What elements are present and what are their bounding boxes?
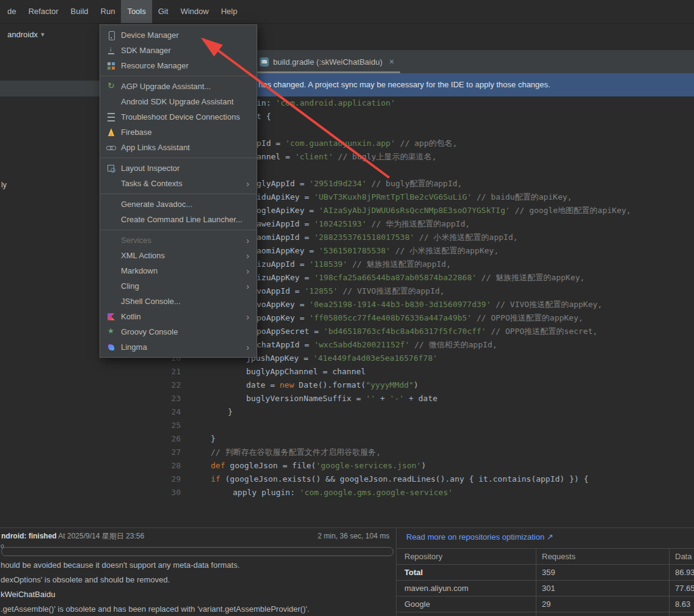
- menu-tools[interactable]: Tools: [121, 0, 152, 23]
- table-cell: [669, 612, 694, 616]
- menu-help[interactable]: Help: [215, 0, 244, 23]
- menu-item-device-manager[interactable]: Device Manager: [100, 27, 257, 43]
- menu-separator: [100, 158, 257, 158]
- blank-icon: [106, 281, 116, 291]
- menu-item-tasks-contexts[interactable]: Tasks & Contexts›: [100, 176, 257, 191]
- code-text: jpushAppKey = '41e449fa4d03e5ea16576f78': [246, 352, 437, 365]
- menu-item-create-command-line-launcher[interactable]: Create Command Line Launcher...: [100, 212, 257, 227]
- menu-refactor[interactable]: Refactor: [22, 0, 64, 23]
- blank-icon: [106, 179, 116, 189]
- menu-item-generate-javadoc[interactable]: Generate Javadoc...: [100, 197, 257, 212]
- line-number: 23: [153, 392, 181, 405]
- menu-item-markdown[interactable]: Markdown›: [100, 263, 257, 278]
- bottom-panel-divider: [0, 527, 694, 528]
- repositories-table: RepositoryRequestsData MBTotal35986.93ma…: [396, 548, 694, 616]
- code-line: 27// 判断存在谷歌服务配置文件才启用谷歌服务,: [0, 446, 694, 459]
- code-text: chatAppId = 'wxc5abd4b20021152f' // 微信相关…: [257, 338, 497, 352]
- menu-item-firebase[interactable]: Firebase: [100, 125, 257, 140]
- menu-item-kotlin[interactable]: Kotlin›: [100, 309, 257, 324]
- menu-item-label: Kotlin: [121, 312, 141, 321]
- code-text: voAppKey = '0ea25198-1914-44b3-b830-3d15…: [257, 298, 602, 311]
- code-line: 26}: [0, 432, 694, 446]
- code-line: 30apply plugin: 'com.google.gms.google-s…: [0, 486, 694, 499]
- menu-item-xml-actions[interactable]: XML Actions›: [100, 248, 257, 263]
- code-text: poAppSecret = 'bd46518763cf4bc8a4b6317f5…: [257, 325, 597, 338]
- menu-git[interactable]: Git: [152, 0, 175, 23]
- code-line: 29if (googleJson.exists() && googleJson.…: [0, 473, 694, 486]
- line-number: 28: [153, 459, 181, 473]
- code-text: if (googleJson.exists() && googleJson.re…: [211, 473, 588, 486]
- menu-item-app-links-assistant[interactable]: App Links Assistant: [100, 140, 257, 155]
- build-status: ndroid: finished At 2025/9/14 星期日 23:56: [1, 531, 144, 542]
- code-text: date = new Date().format("yyyyMMdd"): [246, 379, 418, 392]
- build-output-line[interactable]: .getAssemble()' is obsolete and has been…: [1, 602, 395, 616]
- repositories-optimization-link[interactable]: Read more on repositories optimization ↗: [406, 532, 553, 542]
- banner-text: has changed. A project sync may be neces…: [258, 73, 550, 96]
- menu-item-layout-inspector[interactable]: Layout Inspector: [100, 161, 257, 176]
- code-text: annel = 'client' // bugly上显示的渠道名,: [257, 150, 437, 164]
- menubar: deRefactorBuildRunToolsGitWindowHelp: [0, 0, 694, 24]
- menu-item-cling[interactable]: Cling›: [100, 278, 257, 294]
- submenu-arrow-icon: ›: [246, 251, 249, 261]
- menu-window[interactable]: Window: [174, 0, 214, 23]
- line-number: 27: [153, 446, 181, 459]
- code-text: aweiAppId = '102425193' // 华为推送配置的appId,: [257, 217, 470, 231]
- code-text: izuAppKey = '198cfa25a66544ba87ab05874ba…: [257, 271, 585, 284]
- build-output-line[interactable]: hould be avoided because it doesn't supp…: [1, 558, 395, 573]
- table-header-cell: Requests: [536, 549, 669, 564]
- code-text: aomiAppId = '2882353761518017538' // 小米推…: [257, 231, 518, 244]
- menu-item-label: Create Command Line Launcher...: [121, 215, 243, 224]
- blank-icon: [106, 200, 116, 209]
- menu-item-android-sdk-upgrade-assistant[interactable]: Android SDK Upgrade Assistant: [100, 94, 257, 109]
- tab-build-gradle[interactable]: build.gradle (:skWeiChatBaidu) ×: [254, 50, 400, 73]
- code-line: 25: [0, 419, 694, 432]
- table-cell: 8.63: [669, 596, 694, 612]
- menu-item-label: Cling: [121, 281, 139, 291]
- submenu-arrow-icon: ›: [246, 236, 249, 245]
- code-text: buglyAppChannel = channel: [246, 365, 366, 379]
- table-row: maven.aliyun.com30177.65: [396, 581, 694, 596]
- flame-icon: [106, 128, 116, 137]
- code-text: ogleApiKey = 'AIzaSyAbJjDWUU6sRsQccNMp8E…: [257, 204, 631, 217]
- blank-icon: [106, 236, 116, 245]
- menu-item-label: Resource Manager: [121, 61, 189, 70]
- list-icon: [106, 112, 116, 122]
- menu-run[interactable]: Run: [95, 0, 122, 23]
- code-text: def googleJson = file('google-services.j…: [211, 459, 426, 473]
- close-icon[interactable]: ×: [389, 57, 394, 67]
- code-text: buglyVersionNameSuffix = '' + '-' + date: [246, 392, 437, 405]
- line-number: 21: [153, 365, 181, 379]
- build-output-line[interactable]: dexOptions' is obsolete and should be re…: [1, 573, 395, 587]
- build-progress-bar: [1, 547, 393, 556]
- line-number: 25: [153, 419, 181, 432]
- build-output-line[interactable]: kWeiChatBaidu: [1, 587, 395, 602]
- menu-separator: [100, 194, 257, 194]
- code-text: pId = 'com.guantaoyunxin.app' // app的包名,: [257, 137, 458, 150]
- code-text: in: 'com.android.application': [257, 96, 395, 110]
- menu-item-label: SDK Manager: [121, 46, 171, 55]
- menu-separator: [100, 230, 257, 230]
- code-text: aomiAppKey = '5361501785538' // 小米推送配置的a…: [257, 244, 499, 258]
- table-cell: 29: [536, 596, 669, 612]
- menu-item-label: AGP Upgrade Assistant...: [121, 82, 211, 91]
- menu-item-services: Services›: [100, 233, 257, 248]
- code-text: }: [228, 405, 233, 419]
- menu-item-label: Markdown: [121, 266, 158, 275]
- table-cell: [396, 612, 536, 616]
- menu-item-groovy-console[interactable]: Groovy Console: [100, 324, 257, 339]
- menu-item-label: JShell Console...: [121, 297, 181, 306]
- menu-build[interactable]: Build: [65, 0, 95, 23]
- menu-item-lingma[interactable]: Lingma›: [100, 339, 257, 355]
- menu-item-jshell-console[interactable]: JShell Console...: [100, 294, 257, 309]
- menu-item-troubleshoot-device-connections[interactable]: Troubleshoot Device Connections: [100, 109, 257, 125]
- menu-item-label: Lingma: [121, 342, 147, 352]
- menu-de[interactable]: de: [1, 0, 22, 23]
- submenu-arrow-icon: ›: [246, 266, 249, 276]
- blank-icon: [106, 297, 116, 306]
- menu-item-sdk-manager[interactable]: SDK Manager: [100, 43, 257, 58]
- menu-item-resource-manager[interactable]: Resource Manager: [100, 58, 257, 73]
- menu-item-label: Troubleshoot Device Connections: [121, 112, 240, 121]
- menu-item-agp-upgrade-assistant[interactable]: AGP Upgrade Assistant...: [100, 79, 257, 94]
- blank-icon: [106, 266, 116, 276]
- table-header-cell: Data MB: [669, 549, 694, 564]
